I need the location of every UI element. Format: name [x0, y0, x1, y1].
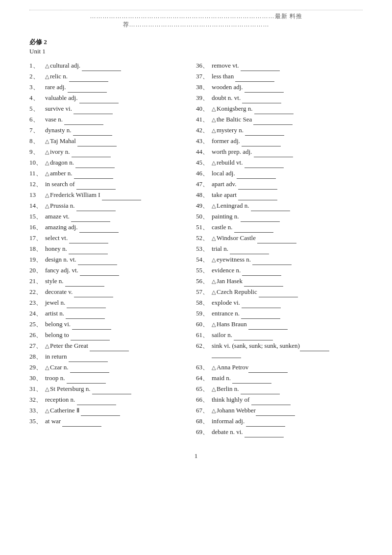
fill-blank[interactable]: [241, 387, 280, 394]
fill-blank[interactable]: [76, 183, 116, 190]
fill-blank[interactable]: [67, 301, 106, 308]
section-title: 必修 2 Unit 1: [29, 38, 363, 55]
item-text: entrance n.: [212, 308, 363, 319]
fill-blank[interactable]: [238, 183, 277, 190]
fill-blank[interactable]: [92, 387, 131, 394]
item-text: former adj.: [212, 136, 363, 146]
fill-blank[interactable]: [246, 420, 285, 427]
item-text: reception n.: [45, 394, 196, 405]
fill-blank[interactable]: [252, 258, 292, 265]
fill-blank[interactable]: [78, 258, 117, 265]
fill-blank[interactable]: [90, 344, 129, 351]
fill-blank[interactable]: [241, 215, 280, 222]
fill-blank[interactable]: [66, 312, 105, 319]
item-text: survive vi.: [45, 103, 196, 114]
fill-blank[interactable]: [77, 398, 116, 405]
fill-blank[interactable]: [81, 409, 120, 416]
fill-blank[interactable]: [242, 140, 281, 146]
fill-blank[interactable]: [64, 118, 103, 125]
list-item: 52、△Windsor Castle: [196, 233, 363, 243]
fill-blank[interactable]: [74, 172, 113, 179]
item-number: 37、: [196, 71, 212, 82]
item-number: 31、: [29, 384, 45, 394]
fill-blank[interactable]: [242, 269, 281, 276]
list-item: 51、castle n.: [196, 222, 363, 233]
fill-blank[interactable]: [241, 64, 280, 71]
item-number: 53、: [196, 243, 212, 254]
fill-blank[interactable]: [245, 129, 284, 136]
fill-blank[interactable]: [256, 409, 295, 416]
fill-blank[interactable]: [67, 377, 106, 384]
item-number: 39、: [196, 93, 212, 103]
item-number: 10、: [29, 157, 45, 168]
fill-blank[interactable]: [68, 86, 107, 93]
item-number: 68、: [196, 416, 212, 427]
fill-blank[interactable]: [62, 420, 101, 427]
fill-blank[interactable]: [232, 377, 271, 384]
item-text: doubt n. vt.: [212, 93, 363, 103]
fill-blank[interactable]: [230, 247, 269, 254]
item-number: 22、: [29, 287, 45, 297]
item-number: 5、: [29, 103, 45, 114]
fill-blank[interactable]: [238, 193, 277, 200]
fill-blank[interactable]: [74, 107, 113, 114]
fill-blank[interactable]: [241, 312, 280, 319]
list-item: 5、survive vi.: [29, 103, 196, 114]
item-text: dynasty n.: [45, 125, 196, 136]
fill-blank[interactable]: [76, 204, 116, 211]
item-number: 32、: [29, 394, 45, 405]
item-text: amaze vt.: [45, 211, 196, 222]
fill-blank[interactable]: [257, 237, 296, 243]
fill-blank[interactable]: [80, 269, 119, 276]
fill-blank-continuation[interactable]: [212, 351, 241, 358]
fill-blank[interactable]: [65, 280, 104, 287]
list-item: 9、△ivory n.: [29, 146, 196, 157]
fill-blank[interactable]: [234, 226, 273, 233]
item-number: 36、: [196, 60, 212, 71]
fill-blank[interactable]: [72, 323, 111, 330]
fill-blank[interactable]: [71, 215, 110, 222]
header: ……………………………………………………………………………最新 料推荐………………: [29, 10, 363, 29]
fill-blank[interactable]: [77, 140, 117, 146]
fill-blank[interactable]: [71, 334, 110, 340]
fill-blank[interactable]: [248, 366, 288, 373]
fill-blank[interactable]: [245, 86, 284, 93]
fill-blank[interactable]: [248, 323, 288, 330]
fill-blank[interactable]: [253, 118, 293, 125]
list-item: 58、explode vi.: [196, 297, 363, 308]
list-item: 26、belong to: [29, 330, 196, 340]
fill-blank[interactable]: [82, 64, 121, 71]
fill-blank[interactable]: [251, 204, 290, 211]
fill-blank[interactable]: [70, 366, 109, 373]
fill-blank[interactable]: [254, 150, 293, 157]
fill-blank[interactable]: [245, 161, 284, 168]
fill-blank[interactable]: [102, 193, 141, 200]
fill-blank[interactable]: [251, 398, 291, 405]
fill-blank[interactable]: [244, 280, 283, 287]
fill-blank[interactable]: [242, 301, 281, 308]
fill-blank[interactable]: [237, 172, 276, 179]
fill-blank[interactable]: [69, 247, 108, 254]
fill-blank[interactable]: [72, 150, 111, 157]
fill-blank[interactable]: [79, 226, 119, 233]
fill-blank[interactable]: [73, 129, 112, 136]
fill-blank[interactable]: [245, 431, 284, 437]
left-column: 1、△cultural adj. 2、△relic n. 3、rare adj.…: [29, 60, 196, 437]
fill-blank[interactable]: [235, 75, 274, 82]
list-item: 68、informal adj.: [196, 416, 363, 427]
fill-blank[interactable]: [300, 344, 329, 351]
fill-blank[interactable]: [69, 237, 108, 243]
fill-blank[interactable]: [75, 161, 115, 168]
fill-blank[interactable]: [242, 97, 281, 103]
fill-blank[interactable]: [74, 290, 113, 297]
right-column: 36、remove vt. 37、less than 38、wooden adj…: [196, 60, 363, 437]
fill-blank[interactable]: [259, 290, 298, 297]
fill-blank[interactable]: [69, 355, 108, 362]
fill-blank[interactable]: [254, 107, 294, 114]
fill-blank[interactable]: [79, 97, 119, 103]
item-text: △Konigsberg n.: [212, 103, 363, 114]
list-item: 10、△dragon n.: [29, 157, 196, 168]
fill-blank[interactable]: [69, 75, 108, 82]
fill-blank[interactable]: [234, 334, 273, 340]
item-number: 52、: [196, 233, 212, 243]
